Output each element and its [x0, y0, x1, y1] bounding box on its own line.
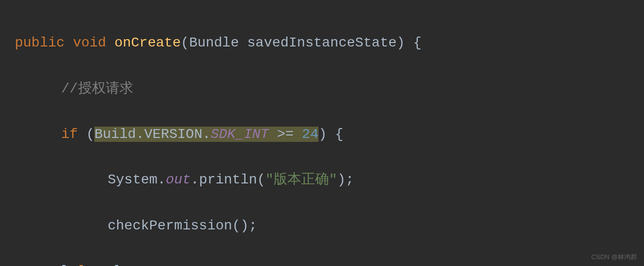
- number-literal: 24: [302, 127, 319, 142]
- method-name: onCreate: [115, 35, 181, 50]
- semicolon: ;: [249, 218, 257, 233]
- paren: ): [337, 172, 346, 187]
- param-type: Bundle: [189, 35, 239, 50]
- code-line: public void onCreate(Bundle savedInstanc…: [15, 32, 629, 54]
- comment: //授权请求: [61, 81, 133, 96]
- brace: }: [61, 264, 70, 266]
- brace: {: [413, 35, 422, 50]
- paren: (: [257, 172, 266, 187]
- class-ref: Build: [94, 127, 136, 142]
- code-line: checkPermission();: [15, 215, 629, 237]
- dot: .: [158, 172, 166, 187]
- operator: >=: [269, 127, 302, 142]
- static-field: SDK_INT: [211, 127, 269, 142]
- paren: ): [397, 35, 405, 50]
- semicolon: ;: [346, 172, 354, 187]
- dot: .: [202, 127, 211, 142]
- class-ref: VERSION: [144, 127, 202, 142]
- watermark: CSDN @林鸿群: [591, 252, 637, 262]
- method-call: println: [199, 172, 257, 187]
- paren: (: [181, 35, 189, 50]
- string-literal: "版本正确": [265, 172, 337, 187]
- code-line: //授权请求: [15, 78, 629, 100]
- keyword-else: else: [70, 264, 103, 266]
- keyword-void: void: [73, 35, 106, 50]
- class-ref: System: [108, 172, 158, 187]
- dot: .: [191, 172, 199, 187]
- keyword-if: if: [61, 127, 78, 142]
- brace: {: [111, 264, 120, 266]
- brace: {: [335, 127, 344, 142]
- code-line: if (Build.VERSION.SDK_INT >= 24) {: [15, 123, 629, 146]
- code-line: }else {: [15, 260, 629, 266]
- method-call: checkPermission: [108, 218, 232, 233]
- keyword-public: public: [15, 35, 65, 50]
- param-name: savedInstanceState: [247, 35, 397, 50]
- selection-highlight: Build.VERSION.SDK_INT >= 24: [94, 127, 319, 142]
- dot: .: [136, 127, 144, 142]
- static-field: out: [166, 172, 191, 187]
- code-line: System.out.println("版本正确");: [15, 169, 629, 191]
- paren: ): [319, 127, 327, 142]
- code-editor[interactable]: public void onCreate(Bundle savedInstanc…: [15, 9, 629, 266]
- paren: ): [241, 218, 249, 233]
- paren: (: [86, 127, 94, 142]
- paren: (: [232, 218, 241, 233]
